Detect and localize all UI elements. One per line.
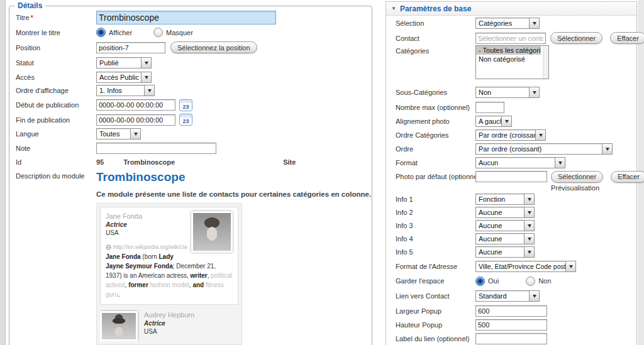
largeur-popup-label: Largeur Popup [396,307,475,315]
contact-select-button[interactable]: Sélectionner [550,32,602,44]
info4-select[interactable]: Aucune [475,233,535,244]
module-client-value: Site [283,158,296,166]
statut-select[interactable]: Publié [96,57,152,68]
masquer-radio[interactable] [153,28,163,37]
categories-label: Catégories [396,45,475,55]
contact-card: Jane Fonda Actrice USA http://en.wikiped… [100,207,238,305]
format-row: Format Aucun [386,156,636,170]
dropdown-arrow-icon [141,58,151,68]
sous-categories-select[interactable]: Non [475,87,540,98]
select-position-button[interactable]: Sélectionnez la position [170,41,257,53]
debut-publication-label: Début de publication [16,101,96,109]
dropdown-arrow-icon [529,18,539,28]
langue-label: Langue [16,130,96,138]
contact-row: Contact Sélectionner Effacer [386,31,636,45]
info3-label: Info 3 [396,222,475,229]
previsualisation-label: Prévisualisation [551,184,636,192]
nombre-max-input[interactable] [475,102,504,113]
sous-categories-label: Sous-Catégories [396,89,475,96]
module-name-value: Trombinoscope [123,158,175,166]
ordre-select[interactable]: Par ordre (croissant) [475,143,613,155]
selection-row: Sélection Catégories [386,16,636,31]
base-parameters-panel: ▼ Paramètres de base Sélection Catégorie… [386,1,637,345]
calendar-icon[interactable]: 23 [179,99,192,111]
titre-input[interactable] [96,11,276,25]
info5-select[interactable]: Aucune [475,246,535,258]
ordre-categories-label: Ordre Catégories [396,131,475,139]
info5-row: Info 5 Aucune [386,245,636,258]
contact-website-link[interactable]: http://en.wikipedia.org/wiki/Jane_Fonda [106,244,187,250]
id-label: Id [16,158,96,166]
photo-defaut-select-button[interactable]: Sélectionner [551,171,603,183]
info2-select[interactable]: Aucune [475,207,535,218]
dropdown-arrow-icon [524,194,534,204]
dropdown-arrow-icon [529,87,539,97]
note-row: Note [16,141,372,155]
info3-select[interactable]: Aucune [475,220,535,231]
panel-title: Paramètres de base [400,4,471,13]
hauteur-popup-label: Hauteur Popup [396,321,475,329]
fin-publication-label: Fin de publication [16,116,96,124]
lien-contact-row: Lien vers Contact Standard [386,288,636,304]
module-id-value: 95 [96,158,104,166]
dropdown-arrow-icon [524,221,534,231]
details-fieldset: Détails Titre* Montrer le titre Afficher… [9,6,372,345]
contact-photo [191,211,233,253]
afficher-radio-label: Afficher [109,29,132,36]
garder-non-label: Non [538,277,551,285]
photo-defaut-clear-button[interactable]: Effacer [611,171,644,183]
note-input[interactable] [96,143,216,154]
garder-oui-radio[interactable] [475,277,485,286]
position-row: Position Sélectionnez la position [16,40,372,55]
hauteur-popup-input[interactable] [475,319,547,331]
garder-oui-label: Oui [488,277,499,285]
ordre-affichage-label: Ordre d'affichage [16,87,96,94]
ordre-affichage-select[interactable]: 1. Infos [96,85,155,96]
contact-bio: Jane Fonda (born Lady Jayne Seymour Fond… [106,252,233,299]
panel-header[interactable]: ▼ Paramètres de base [386,2,636,16]
dropdown-arrow-icon [555,158,565,168]
debut-publication-input[interactable] [96,99,175,111]
required-mark: * [31,14,33,21]
format-adresse-select[interactable]: Ville, Etat/Province Code postal [475,261,576,272]
largeur-popup-row: Largeur Popup [386,304,636,318]
dropdown-arrow-icon [602,144,612,154]
largeur-popup-input[interactable] [475,305,547,317]
fin-publication-input[interactable] [96,114,175,126]
alignement-photo-select[interactable]: A gauche [475,116,512,127]
dropdown-arrow-icon [130,129,140,139]
calendar-icon[interactable]: 23 [179,114,192,126]
garder-non-radio[interactable] [526,277,535,286]
info4-row: Info 4 Aucune [386,232,636,245]
debut-publication-row: Début de publication 23 [16,97,372,112]
format-select[interactable]: Aucun [475,157,565,168]
photo-defaut-input[interactable] [475,171,547,182]
position-input[interactable] [96,42,165,53]
contact-input[interactable] [475,33,546,44]
info1-row: Info 1 Fonction [386,192,636,205]
info3-row: Info 3 Aucune [386,219,636,232]
category-option[interactable]: Non catégorisé [476,55,541,63]
ordre-categories-select[interactable]: Par ordre (croissant) [475,129,546,141]
listbox-scrollbar[interactable] [543,46,548,79]
categories-listbox[interactable]: - Toutes les catégories - Non catégorisé [475,45,549,79]
module-description: Trombinoscope Ce module présente une lis… [96,169,372,345]
dropdown-arrow-icon [524,247,534,257]
selection-label: Sélection [396,19,475,27]
label-lien-input[interactable] [475,333,547,344]
category-option[interactable]: - Toutes les catégories - [476,46,541,55]
info1-select[interactable]: Fonction [475,194,535,205]
garder-espace-label: Garder l'espace [396,277,475,285]
acces-select[interactable]: Accès Public [96,72,152,83]
info2-row: Info 2 Aucune [386,205,636,219]
afficher-radio[interactable] [96,28,106,37]
selection-select[interactable]: Catégories [475,18,540,29]
collapse-arrow-icon: ▼ [391,6,396,11]
lien-contact-select[interactable]: Standard [475,290,540,302]
contact-clear-button[interactable]: Effacer [610,32,644,44]
ordre-affichage-row: Ordre d'affichage 1. Infos [16,84,372,97]
statut-label: Statut [16,59,96,67]
nombre-max-label: Nombre max (optionnel) [396,104,475,111]
info5-label: Info 5 [396,248,475,256]
langue-select[interactable]: Toutes [96,128,141,140]
